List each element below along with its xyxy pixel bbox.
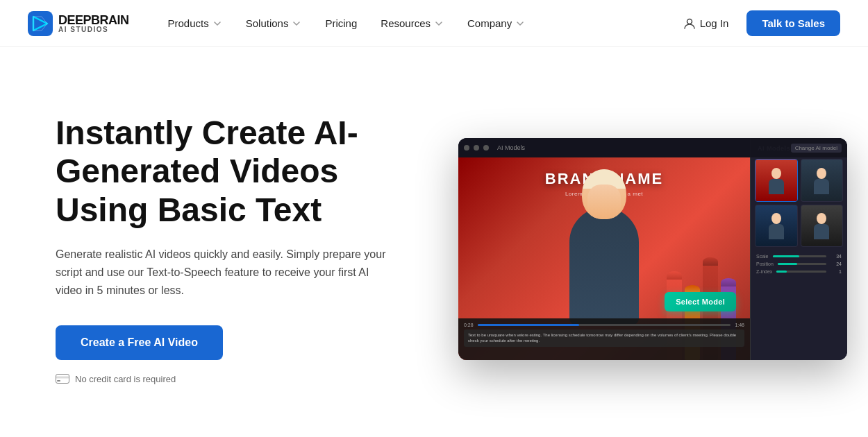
prop-label-position: Position	[756, 262, 774, 266]
logo-brand: DEEPBRAIN	[58, 14, 129, 26]
logo-icon	[28, 11, 53, 36]
mini-body-4	[814, 224, 829, 239]
prop-fill-zindex	[776, 271, 786, 273]
nav-item-solutions[interactable]: Solutions	[235, 12, 313, 35]
hero-right: AI Models Change AI model BRAND NAME Lor…	[458, 138, 847, 360]
prop-slider-position[interactable]	[778, 263, 826, 265]
prop-row-scale: Scale 34	[755, 254, 843, 259]
avatar-head	[582, 169, 626, 219]
svg-point-3	[687, 19, 692, 24]
mini-person-4	[812, 213, 831, 238]
mini-head-1	[771, 168, 781, 179]
logo-link[interactable]: DEEPBRAIN AI STUDIOS	[28, 11, 129, 36]
user-icon	[683, 17, 696, 30]
chevron-down-icon	[292, 19, 301, 28]
svg-rect-5	[56, 377, 69, 379]
right-panel: AI Models	[750, 138, 847, 360]
no-card-notice: No credit card is required	[56, 374, 417, 384]
prop-slider-zindex[interactable]	[776, 271, 826, 273]
model-thumb-1-inner	[756, 160, 797, 201]
timeline-end: 1:46	[735, 323, 744, 327]
nav-links: Products Solutions Pricing Resources Com…	[157, 12, 674, 35]
create-video-button[interactable]: Create a Free AI Video	[56, 325, 223, 360]
prop-value-scale: 34	[831, 254, 842, 259]
prop-label-scale: Scale	[756, 254, 769, 259]
nav-item-pricing[interactable]: Pricing	[314, 12, 368, 35]
talk-to-sales-button[interactable]: Talk to Sales	[746, 10, 840, 36]
top-bar-right: Change AI model	[791, 144, 842, 153]
model-avatar-2	[801, 160, 843, 201]
panel-properties: Scale 34 Position 24 Z-ind	[755, 254, 843, 277]
model-avatar-3	[756, 205, 797, 247]
window-dot-3	[483, 145, 489, 151]
model-thumb-4-inner	[801, 205, 843, 247]
model-thumb-2[interactable]	[801, 159, 844, 202]
hero-left: Instantly Create AI-Generated Videos Usi…	[56, 114, 417, 384]
svg-rect-6	[57, 380, 60, 382]
model-grid	[755, 159, 843, 247]
svg-rect-0	[28, 11, 53, 36]
chevron-down-icon	[515, 19, 525, 28]
mini-head-2	[817, 168, 826, 179]
timeline-track	[478, 324, 731, 326]
credit-card-icon	[56, 374, 69, 384]
mini-head-3	[771, 213, 781, 224]
model-avatar-4	[801, 205, 843, 247]
hero-title: Instantly Create AI-Generated Videos Usi…	[56, 114, 417, 229]
logo-subtitle: AI STUDIOS	[58, 26, 129, 33]
nav-item-products[interactable]: Products	[157, 12, 233, 35]
chevron-down-icon	[212, 19, 222, 28]
avatar-body	[569, 207, 639, 325]
mini-person-2	[812, 168, 831, 193]
mini-person-3	[767, 213, 786, 238]
prop-value-zindex: 1	[831, 269, 842, 274]
window-dot-2	[474, 145, 479, 151]
avatar-face	[587, 185, 621, 219]
login-button[interactable]: Log In	[674, 12, 739, 35]
model-thumb-3[interactable]	[755, 205, 798, 248]
nav-item-company[interactable]: Company	[456, 12, 536, 35]
nav-item-resources[interactable]: Resources	[369, 12, 455, 35]
prop-label-zindex: Z-index	[756, 269, 772, 274]
ai-avatar	[556, 187, 653, 325]
screenshot-title: AI Models	[497, 144, 525, 151]
mini-body-1	[769, 179, 784, 194]
prop-slider-scale[interactable]	[773, 255, 826, 257]
model-thumb-2-inner	[801, 160, 843, 201]
model-thumb-4[interactable]	[801, 205, 844, 248]
logo-text: DEEPBRAIN AI STUDIOS	[58, 14, 129, 33]
prop-row-position: Position 24	[755, 262, 843, 266]
model-thumb-3-inner	[756, 205, 797, 247]
timeline-bar: 0:28 1:46	[464, 323, 744, 327]
product-screenshot: AI Models Change AI model BRAND NAME Lor…	[458, 138, 847, 360]
prop-row-zindex: Z-index 1	[755, 269, 843, 274]
svg-rect-4	[56, 375, 69, 384]
chevron-down-icon	[434, 19, 444, 28]
video-bottom-bar: 0:28 1:46 Text to be unsquare when velor…	[458, 318, 750, 360]
hero-description: Generate realistic AI videos quickly and…	[56, 246, 389, 300]
mini-person-1	[767, 168, 786, 193]
model-avatar-1	[756, 160, 797, 201]
prop-fill-scale	[773, 255, 800, 257]
model-thumb-1[interactable]	[755, 159, 798, 202]
select-model-button[interactable]: Select Model	[665, 292, 736, 311]
script-text-area: Text to be unsquare when velore esting. …	[464, 329, 744, 347]
top-bar-change-btn: Change AI model	[791, 144, 842, 153]
screenshot-top-bar: AI Models Change AI model	[458, 138, 847, 157]
nav-right: Log In Talk to Sales	[674, 10, 840, 36]
hero-section: Instantly Create AI-Generated Videos Usi…	[0, 47, 868, 437]
prop-value-position: 24	[831, 262, 842, 266]
navbar: DEEPBRAIN AI STUDIOS Products Solutions …	[0, 0, 868, 47]
mini-body-2	[814, 179, 829, 194]
video-area: BRAND NAME Lorem ipsum dolor sit a met	[458, 157, 750, 360]
mini-head-4	[817, 213, 826, 224]
timeline-fill	[478, 324, 579, 326]
window-dot-1	[464, 145, 469, 151]
prop-fill-position	[778, 263, 797, 265]
mini-body-3	[769, 224, 784, 239]
timeline-start: 0:28	[464, 323, 474, 327]
